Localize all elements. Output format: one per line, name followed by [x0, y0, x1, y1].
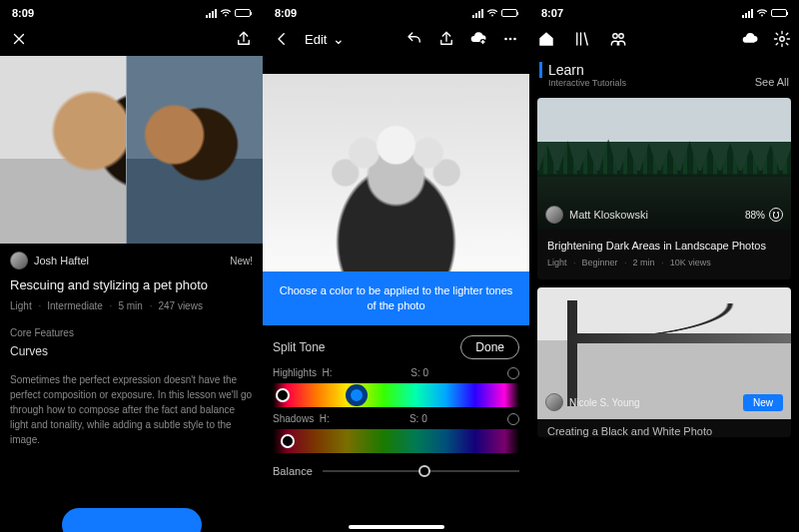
svg-point-1 [504, 38, 507, 41]
status-bar: 8:09 [263, 0, 529, 22]
status-time: 8:09 [275, 7, 297, 19]
new-badge: New [743, 394, 783, 411]
meta-level: Beginner [582, 258, 627, 267]
status-time: 8:07 [541, 7, 563, 19]
status-indicators [472, 8, 517, 18]
library-tab-icon[interactable] [573, 30, 591, 48]
close-icon[interactable] [10, 30, 28, 48]
shadows-sat-knob[interactable] [507, 413, 519, 425]
section-feature: Curves [0, 340, 263, 372]
highlights-hue-label: H: [322, 367, 332, 378]
meta-duration: 2 min [633, 258, 664, 267]
status-bar: 8:09 [0, 0, 263, 22]
split-tone-panel: Split Tone Done Highlights H: S: 0 Shado… [263, 325, 529, 477]
cloud-sync-icon[interactable] [469, 30, 487, 48]
card-progress: 88% [745, 208, 783, 222]
author-row: Josh Haftel New! [0, 244, 263, 277]
balance-handle[interactable] [418, 465, 430, 477]
card-author: Matt Kloskowski [545, 206, 648, 224]
see-all-link[interactable]: See All [755, 76, 789, 88]
status-indicators [206, 8, 251, 18]
battery-icon [235, 9, 251, 17]
balance-slider[interactable] [323, 470, 519, 472]
shadows-hue-label: H: [320, 413, 330, 424]
svg-point-5 [619, 34, 624, 39]
edit-top-bar: Edit ⌄ [263, 22, 529, 56]
author-name: Josh Haftel [34, 255, 89, 266]
cloud-icon[interactable] [741, 30, 759, 48]
battery-icon [501, 9, 517, 17]
card-author: Nicole S. Young [545, 393, 640, 411]
hero-image [0, 56, 263, 244]
learn-subtitle: Interactive Tutorials [539, 78, 626, 88]
card-image: Nicole S. Young New [537, 287, 791, 419]
wifi-icon [220, 8, 232, 18]
highlights-sat-knob[interactable] [507, 367, 519, 379]
svg-point-4 [613, 34, 618, 39]
section-header: Core Features [0, 321, 263, 340]
balance-row: Balance [273, 465, 519, 477]
phone-screen-editor: 8:09 Edit ⌄ Choose a color to be applied… [263, 0, 529, 532]
lesson-description: Sometimes the perfect expression doesn't… [0, 372, 263, 459]
highlights-hue-knob[interactable] [346, 384, 368, 406]
avatar [10, 252, 28, 269]
wifi-icon [486, 8, 498, 18]
phone-screen-learn: 8:07 Learn Interactive Tutorials See All [529, 0, 799, 532]
battery-icon [771, 9, 787, 17]
avatar [545, 206, 563, 224]
author[interactable]: Josh Haftel [10, 252, 89, 269]
wifi-icon [756, 8, 768, 18]
card-author-name: Nicole S. Young [569, 397, 640, 408]
chevron-down-icon: ⌄ [333, 31, 345, 47]
status-time: 8:09 [12, 7, 34, 19]
start-button[interactable] [62, 508, 202, 532]
done-button[interactable]: Done [460, 335, 519, 359]
undo-icon[interactable] [405, 30, 423, 48]
home-tab-icon[interactable] [537, 30, 555, 48]
card-image: Matt Kloskowski 88% [537, 98, 791, 230]
new-badge: New! [230, 256, 253, 266]
share-icon[interactable] [235, 30, 253, 48]
svg-point-3 [513, 38, 516, 41]
highlights-spectrum[interactable] [273, 383, 519, 407]
tab-bar [529, 22, 799, 56]
meta-views: 247 views [158, 300, 206, 311]
status-bar: 8:07 [529, 0, 799, 22]
highlights-start-knob[interactable] [276, 388, 290, 402]
meta-duration: 5 min [118, 300, 152, 311]
edit-menu[interactable]: Edit ⌄ [305, 31, 345, 47]
meta-category: Light [10, 300, 41, 311]
canvas-image[interactable] [263, 74, 529, 271]
learn-header: Learn Interactive Tutorials See All [529, 56, 799, 92]
edit-label: Edit [305, 32, 327, 47]
shadows-hue-knob[interactable] [281, 434, 295, 448]
highlights-sat-value: S: 0 [410, 367, 428, 379]
lesson-title: Rescuing and stylizing a pet photo [0, 277, 263, 300]
panel-title: Split Tone [273, 340, 325, 354]
status-indicators [742, 8, 787, 18]
svg-point-2 [509, 38, 512, 41]
settings-icon[interactable] [773, 30, 791, 48]
lesson-meta: Light Intermediate 5 min 247 views [0, 300, 263, 321]
back-icon[interactable] [273, 30, 291, 48]
shadows-label: Shadows [273, 413, 314, 424]
card-meta: Light Beginner 2 min 10K views [537, 258, 791, 279]
learn-title: Learn [539, 62, 626, 78]
community-tab-icon[interactable] [609, 30, 627, 48]
avatar [545, 393, 563, 411]
meta-level: Intermediate [47, 300, 112, 311]
shadows-spectrum[interactable] [273, 429, 519, 453]
shadows-sat-value: S: 0 [409, 413, 427, 425]
svg-point-6 [780, 37, 785, 42]
tutorial-card[interactable]: Matt Kloskowski 88% Brightening Dark Are… [537, 98, 791, 279]
more-icon[interactable] [501, 30, 519, 48]
home-indicator[interactable] [349, 525, 444, 529]
tutorial-card[interactable]: Nicole S. Young New Creating a Black and… [537, 287, 791, 437]
share-icon[interactable] [437, 30, 455, 48]
tip-banner: Choose a color to be applied to the ligh… [263, 271, 529, 325]
top-bar [0, 22, 263, 56]
meta-category: Light [547, 258, 576, 267]
card-author-name: Matt Kloskowski [569, 209, 648, 221]
phone-screen-tutorial-detail: 8:09 Josh Haftel New! Rescuing and styli… [0, 0, 263, 532]
meta-views: 10K views [670, 258, 715, 267]
